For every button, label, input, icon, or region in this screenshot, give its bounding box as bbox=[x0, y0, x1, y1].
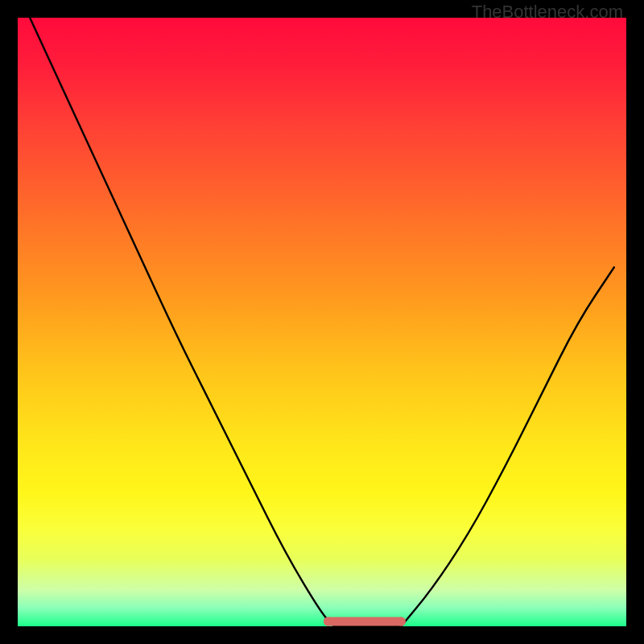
floor-endpoint-left-icon bbox=[324, 617, 332, 626]
bottleneck-curve bbox=[30, 18, 614, 626]
chart-frame: TheBottleneck.com bbox=[0, 0, 644, 644]
plot-area bbox=[18, 18, 626, 626]
curve-layer bbox=[18, 18, 626, 626]
floor-endpoint-right-icon bbox=[397, 617, 406, 626]
